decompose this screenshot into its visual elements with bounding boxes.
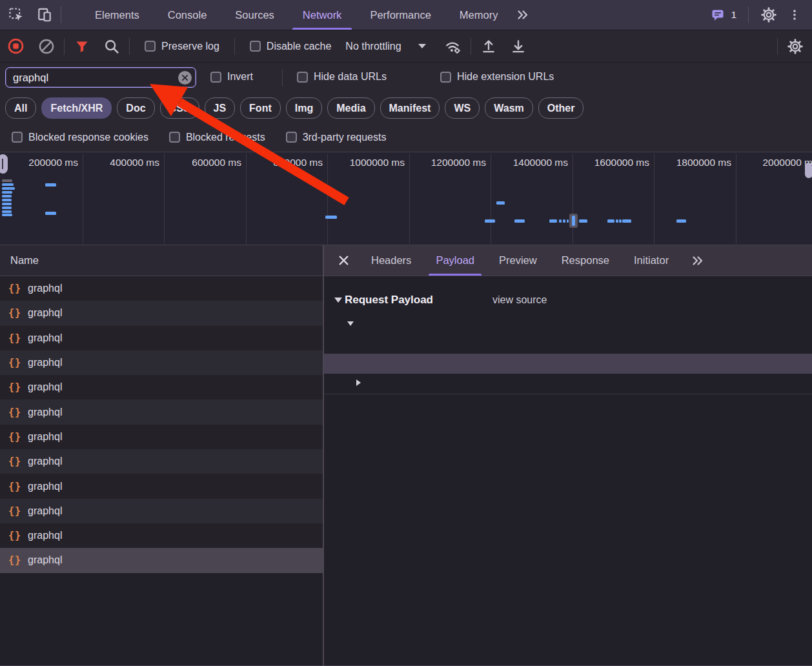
timeline-request-bar xyxy=(549,219,557,223)
more-details-tabs-button[interactable] xyxy=(686,253,709,268)
payload-property-row[interactable]: variables: {accountTag: "b12e3b2192ee558… xyxy=(324,374,812,394)
resource-type-chip[interactable]: All xyxy=(5,97,36,119)
devtools-menu-button[interactable] xyxy=(784,4,806,26)
disable-cache-checkbox[interactable]: Disable cache xyxy=(250,41,332,52)
name-column-header[interactable]: Name xyxy=(0,245,323,276)
throttling-select[interactable]: No throttling xyxy=(345,41,425,52)
checkbox-box xyxy=(169,132,180,143)
advanced-filter-checkbox[interactable]: Blocked response cookies xyxy=(12,132,148,143)
request-row[interactable]: {} graphql xyxy=(0,350,323,375)
request-row[interactable]: {} graphql xyxy=(0,523,323,548)
filter-button[interactable] xyxy=(70,35,94,58)
request-row[interactable]: {} graphql xyxy=(0,474,323,498)
panel-tab[interactable]: Performance xyxy=(356,0,445,30)
preserve-log-label: Preserve log xyxy=(161,41,219,52)
invert-checkbox[interactable]: Invert xyxy=(210,71,253,83)
timeline-request-bar xyxy=(2,199,12,201)
timeline-tick-label: 1600000 ms xyxy=(572,157,649,170)
request-row[interactable]: {} graphql xyxy=(0,276,323,301)
timeline-request-bar xyxy=(325,216,337,219)
name-header-label: Name xyxy=(10,254,39,267)
panel-tab[interactable]: Elements xyxy=(81,0,154,30)
resource-type-chip[interactable]: CSS xyxy=(160,97,199,119)
advanced-filter-checkbox[interactable]: 3rd-party requests xyxy=(286,132,387,143)
timeline-tick-label: 200000 ms xyxy=(1,157,78,170)
settings-button[interactable] xyxy=(758,4,780,26)
issues-button[interactable]: 1 xyxy=(707,4,739,26)
panel-tab[interactable]: Network xyxy=(289,0,356,30)
view-source-link[interactable]: view source xyxy=(492,294,547,306)
details-tab[interactable]: Preview xyxy=(487,245,549,276)
chip-label: Media xyxy=(336,103,365,114)
toolbar-divider xyxy=(234,38,235,55)
expand-triangle-icon xyxy=(356,379,361,386)
request-row[interactable]: {} graphql xyxy=(0,326,323,350)
resource-type-chip[interactable]: Manifest xyxy=(380,97,440,119)
hide-data-urls-checkbox[interactable]: Hide data URLs xyxy=(297,71,387,83)
request-name: graphql xyxy=(28,332,62,344)
resource-type-chip[interactable]: Img xyxy=(286,97,322,119)
inspect-element-button[interactable] xyxy=(5,4,27,26)
details-tab-label: Payload xyxy=(436,254,474,267)
chip-label: Fetch/XHR xyxy=(50,103,103,114)
details-tab[interactable]: Payload xyxy=(423,245,487,276)
hide-extension-urls-checkbox[interactable]: Hide extension URLs xyxy=(440,71,554,83)
topbar-right-controls: 1 xyxy=(707,4,812,26)
timeline-request-bar xyxy=(485,219,495,223)
fetch-xhr-icon: {} xyxy=(8,332,21,344)
clear-filter-button[interactable] xyxy=(178,71,192,85)
panel-tab[interactable]: Console xyxy=(154,0,221,30)
import-har-button[interactable] xyxy=(477,35,500,58)
overview-left-resize-handle[interactable] xyxy=(0,154,8,174)
request-payload-section-header[interactable]: Request Payload view source xyxy=(324,290,812,310)
resource-type-chip[interactable]: Fetch/XHR xyxy=(41,97,112,119)
resource-type-chip[interactable]: Other xyxy=(538,97,584,119)
resource-type-chip[interactable]: Font xyxy=(240,97,281,119)
request-row[interactable]: {} graphql xyxy=(0,499,323,523)
toggle-device-toolbar-button[interactable] xyxy=(34,4,56,26)
panel-tab[interactable]: Sources xyxy=(221,0,289,30)
resource-type-chip[interactable]: JS xyxy=(205,97,236,119)
overview-right-resize-handle[interactable] xyxy=(805,163,812,178)
request-row[interactable]: {} graphql xyxy=(0,548,323,572)
network-settings-button[interactable] xyxy=(784,35,807,58)
record-network-log-button[interactable] xyxy=(4,35,27,58)
filter-input[interactable] xyxy=(6,72,178,84)
request-row[interactable]: {} graphql xyxy=(0,375,323,399)
preserve-log-checkbox[interactable]: Preserve log xyxy=(145,41,219,52)
request-row[interactable]: {} graphql xyxy=(0,425,323,449)
payload-root-row[interactable]: {operationName: "ipFlowTimeseries", vari… xyxy=(324,314,812,334)
fetch-xhr-icon: {} xyxy=(8,481,21,492)
close-details-button[interactable] xyxy=(330,248,356,274)
advanced-filter-checkbox[interactable]: Blocked requests xyxy=(169,132,265,143)
details-tab[interactable]: Headers xyxy=(359,245,423,276)
resource-type-chip[interactable]: WS xyxy=(445,97,480,119)
timeline-tick-label: 1000000 ms xyxy=(327,157,405,170)
more-panels-button[interactable] xyxy=(512,4,534,26)
resource-type-chip[interactable]: Wasm xyxy=(485,97,533,119)
request-row[interactable]: {} graphql xyxy=(0,449,323,474)
details-tab[interactable]: Initiator xyxy=(622,245,681,276)
timeline-tick-label: 2000000 m xyxy=(735,157,812,170)
resource-type-chip[interactable]: Doc xyxy=(117,97,154,119)
request-row[interactable]: {} graphql xyxy=(0,301,323,325)
request-row[interactable]: {} graphql xyxy=(0,399,323,424)
payload-property-row[interactable]: operationName: "ipFlowTimeseries" xyxy=(324,334,812,354)
checkbox-box xyxy=(250,41,261,52)
network-conditions-button[interactable] xyxy=(442,35,465,58)
close-icon xyxy=(338,255,349,266)
request-name: graphql xyxy=(28,307,62,319)
resource-type-chip[interactable]: Media xyxy=(327,97,374,119)
export-har-button[interactable] xyxy=(507,35,530,58)
search-button[interactable] xyxy=(100,35,123,58)
timeline-request-bar xyxy=(2,207,12,209)
payload-property-row[interactable]: query: "query ipFlowTimeseries($accountT… xyxy=(324,354,812,374)
record-icon xyxy=(7,37,25,55)
panel-tab[interactable]: Memory xyxy=(445,0,513,30)
timeline-request-bar xyxy=(607,219,614,223)
clear-network-log-button[interactable] xyxy=(35,35,58,58)
details-tab[interactable]: Response xyxy=(549,245,622,276)
advanced-filters-row: Blocked response cookies Blocked request… xyxy=(0,123,812,152)
request-name: graphql xyxy=(28,381,62,393)
panel-tab-label: Network xyxy=(303,9,342,21)
